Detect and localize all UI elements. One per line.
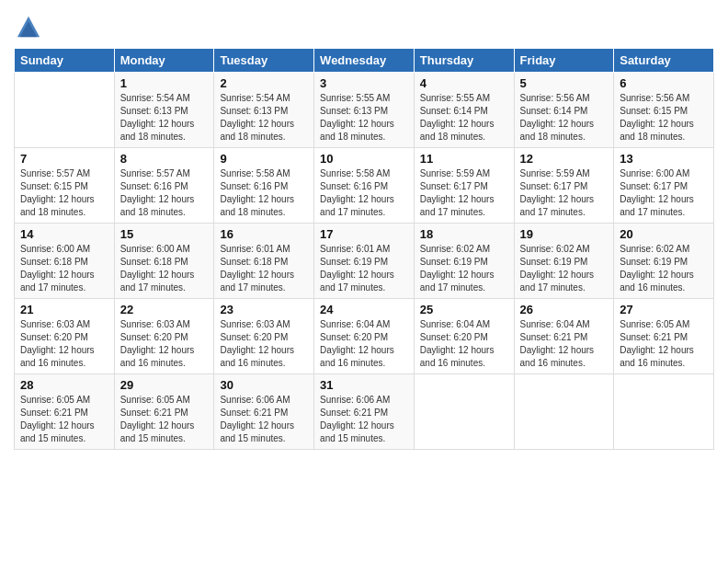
calendar-cell: 6Sunrise: 5:56 AMSunset: 6:15 PMDaylight… bbox=[614, 73, 714, 148]
day-number: 2 bbox=[220, 76, 308, 90]
cell-content: Sunrise: 5:55 AMSunset: 6:14 PMDaylight:… bbox=[420, 92, 508, 144]
day-number: 19 bbox=[520, 227, 609, 241]
header-thursday: Thursday bbox=[414, 49, 514, 73]
day-number: 31 bbox=[320, 378, 408, 392]
calendar-cell: 12Sunrise: 5:59 AMSunset: 6:17 PMDayligh… bbox=[514, 148, 614, 224]
day-number: 17 bbox=[320, 227, 408, 241]
day-number: 12 bbox=[520, 152, 609, 166]
cell-content: Sunrise: 5:54 AMSunset: 6:13 PMDaylight:… bbox=[120, 92, 209, 144]
cell-content: Sunrise: 5:57 AMSunset: 6:15 PMDaylight:… bbox=[20, 167, 108, 219]
calendar-cell: 4Sunrise: 5:55 AMSunset: 6:14 PMDaylight… bbox=[414, 73, 514, 148]
header-tuesday: Tuesday bbox=[214, 49, 314, 73]
cell-content: Sunrise: 6:05 AMSunset: 6:21 PMDaylight:… bbox=[620, 318, 708, 370]
calendar-cell: 17Sunrise: 6:01 AMSunset: 6:19 PMDayligh… bbox=[314, 224, 415, 299]
day-number: 4 bbox=[420, 76, 508, 90]
day-number: 18 bbox=[420, 227, 508, 241]
day-number: 26 bbox=[520, 303, 609, 316]
calendar-cell: 1Sunrise: 5:54 AMSunset: 6:13 PMDaylight… bbox=[114, 73, 214, 148]
calendar-header: SundayMondayTuesdayWednesdayThursdayFrid… bbox=[15, 49, 714, 73]
calendar-cell: 19Sunrise: 6:02 AMSunset: 6:19 PMDayligh… bbox=[514, 224, 614, 299]
page: SundayMondayTuesdayWednesdayThursdayFrid… bbox=[0, 0, 728, 563]
calendar-body: 1Sunrise: 5:54 AMSunset: 6:13 PMDaylight… bbox=[15, 73, 714, 450]
logo bbox=[14, 15, 41, 40]
week-row-4: 21Sunrise: 6:03 AMSunset: 6:20 PMDayligh… bbox=[15, 299, 714, 374]
calendar-cell: 25Sunrise: 6:04 AMSunset: 6:20 PMDayligh… bbox=[414, 299, 514, 374]
day-number: 3 bbox=[320, 76, 408, 90]
calendar-cell: 3Sunrise: 5:55 AMSunset: 6:13 PMDaylight… bbox=[314, 73, 415, 148]
calendar-cell: 5Sunrise: 5:56 AMSunset: 6:14 PMDaylight… bbox=[514, 73, 614, 148]
cell-content: Sunrise: 5:58 AMSunset: 6:16 PMDaylight:… bbox=[320, 167, 408, 219]
cell-content: Sunrise: 6:02 AMSunset: 6:19 PMDaylight:… bbox=[520, 243, 609, 294]
calendar-cell: 11Sunrise: 5:59 AMSunset: 6:17 PMDayligh… bbox=[414, 148, 514, 224]
calendar-cell: 2Sunrise: 5:54 AMSunset: 6:13 PMDaylight… bbox=[214, 73, 314, 148]
week-row-5: 28Sunrise: 6:05 AMSunset: 6:21 PMDayligh… bbox=[15, 374, 714, 450]
day-number: 7 bbox=[20, 152, 108, 166]
header-friday: Friday bbox=[514, 49, 614, 73]
cell-content: Sunrise: 6:00 AMSunset: 6:18 PMDaylight:… bbox=[20, 243, 108, 294]
calendar-cell: 30Sunrise: 6:06 AMSunset: 6:21 PMDayligh… bbox=[214, 374, 314, 450]
day-number: 1 bbox=[120, 76, 209, 90]
day-number: 10 bbox=[320, 152, 408, 166]
cell-content: Sunrise: 5:54 AMSunset: 6:13 PMDaylight:… bbox=[220, 92, 308, 144]
day-number: 13 bbox=[620, 152, 708, 166]
cell-content: Sunrise: 6:02 AMSunset: 6:19 PMDaylight:… bbox=[620, 243, 708, 294]
cell-content: Sunrise: 6:04 AMSunset: 6:20 PMDaylight:… bbox=[420, 318, 508, 370]
day-number: 16 bbox=[220, 227, 308, 241]
calendar-cell: 22Sunrise: 6:03 AMSunset: 6:20 PMDayligh… bbox=[114, 299, 214, 374]
header-wednesday: Wednesday bbox=[314, 49, 415, 73]
day-number: 6 bbox=[620, 76, 708, 90]
cell-content: Sunrise: 5:56 AMSunset: 6:14 PMDaylight:… bbox=[520, 92, 609, 144]
cell-content: Sunrise: 5:59 AMSunset: 6:17 PMDaylight:… bbox=[520, 167, 609, 219]
day-number: 28 bbox=[20, 378, 108, 392]
day-number: 27 bbox=[620, 303, 708, 316]
calendar-cell: 8Sunrise: 5:57 AMSunset: 6:16 PMDaylight… bbox=[114, 148, 214, 224]
cell-content: Sunrise: 5:56 AMSunset: 6:15 PMDaylight:… bbox=[620, 92, 708, 144]
cell-content: Sunrise: 6:01 AMSunset: 6:19 PMDaylight:… bbox=[320, 243, 408, 294]
calendar-cell: 31Sunrise: 6:06 AMSunset: 6:21 PMDayligh… bbox=[314, 374, 415, 450]
week-row-2: 7Sunrise: 5:57 AMSunset: 6:15 PMDaylight… bbox=[15, 148, 714, 224]
calendar-cell: 10Sunrise: 5:58 AMSunset: 6:16 PMDayligh… bbox=[314, 148, 415, 224]
calendar-cell bbox=[614, 374, 714, 450]
cell-content: Sunrise: 6:06 AMSunset: 6:21 PMDaylight:… bbox=[320, 394, 408, 445]
header-saturday: Saturday bbox=[614, 49, 714, 73]
week-row-1: 1Sunrise: 5:54 AMSunset: 6:13 PMDaylight… bbox=[15, 73, 714, 148]
calendar-cell: 26Sunrise: 6:04 AMSunset: 6:21 PMDayligh… bbox=[514, 299, 614, 374]
calendar-cell: 21Sunrise: 6:03 AMSunset: 6:20 PMDayligh… bbox=[15, 299, 115, 374]
cell-content: Sunrise: 6:03 AMSunset: 6:20 PMDaylight:… bbox=[220, 318, 308, 370]
cell-content: Sunrise: 6:00 AMSunset: 6:17 PMDaylight:… bbox=[620, 167, 708, 219]
calendar-cell: 27Sunrise: 6:05 AMSunset: 6:21 PMDayligh… bbox=[614, 299, 714, 374]
day-number: 14 bbox=[20, 227, 108, 241]
calendar-cell: 18Sunrise: 6:02 AMSunset: 6:19 PMDayligh… bbox=[414, 224, 514, 299]
calendar-cell: 13Sunrise: 6:00 AMSunset: 6:17 PMDayligh… bbox=[614, 148, 714, 224]
day-number: 8 bbox=[120, 152, 209, 166]
logo-icon bbox=[16, 15, 41, 40]
calendar-table: SundayMondayTuesdayWednesdayThursdayFrid… bbox=[14, 48, 714, 450]
day-number: 23 bbox=[220, 303, 308, 316]
cell-content: Sunrise: 6:06 AMSunset: 6:21 PMDaylight:… bbox=[220, 394, 308, 445]
day-number: 29 bbox=[120, 378, 209, 392]
calendar-cell: 20Sunrise: 6:02 AMSunset: 6:19 PMDayligh… bbox=[614, 224, 714, 299]
calendar-cell: 14Sunrise: 6:00 AMSunset: 6:18 PMDayligh… bbox=[15, 224, 115, 299]
day-number: 24 bbox=[320, 303, 408, 316]
cell-content: Sunrise: 6:05 AMSunset: 6:21 PMDaylight:… bbox=[120, 394, 209, 445]
day-number: 5 bbox=[520, 76, 609, 90]
day-number: 20 bbox=[620, 227, 708, 241]
cell-content: Sunrise: 6:02 AMSunset: 6:19 PMDaylight:… bbox=[420, 243, 508, 294]
calendar-cell: 15Sunrise: 6:00 AMSunset: 6:18 PMDayligh… bbox=[114, 224, 214, 299]
day-number: 21 bbox=[20, 303, 108, 316]
calendar-cell: 16Sunrise: 6:01 AMSunset: 6:18 PMDayligh… bbox=[214, 224, 314, 299]
cell-content: Sunrise: 6:00 AMSunset: 6:18 PMDaylight:… bbox=[120, 243, 209, 294]
day-number: 15 bbox=[120, 227, 209, 241]
calendar-cell bbox=[15, 73, 115, 148]
day-number: 11 bbox=[420, 152, 508, 166]
cell-content: Sunrise: 5:55 AMSunset: 6:13 PMDaylight:… bbox=[320, 92, 408, 144]
week-row-3: 14Sunrise: 6:00 AMSunset: 6:18 PMDayligh… bbox=[15, 224, 714, 299]
calendar-cell: 29Sunrise: 6:05 AMSunset: 6:21 PMDayligh… bbox=[114, 374, 214, 450]
cell-content: Sunrise: 6:05 AMSunset: 6:21 PMDaylight:… bbox=[20, 394, 108, 445]
cell-content: Sunrise: 5:57 AMSunset: 6:16 PMDaylight:… bbox=[120, 167, 209, 219]
header-monday: Monday bbox=[114, 49, 214, 73]
cell-content: Sunrise: 6:03 AMSunset: 6:20 PMDaylight:… bbox=[120, 318, 209, 370]
cell-content: Sunrise: 5:58 AMSunset: 6:16 PMDaylight:… bbox=[220, 167, 308, 219]
day-number: 25 bbox=[420, 303, 508, 316]
cell-content: Sunrise: 6:04 AMSunset: 6:21 PMDaylight:… bbox=[520, 318, 609, 370]
